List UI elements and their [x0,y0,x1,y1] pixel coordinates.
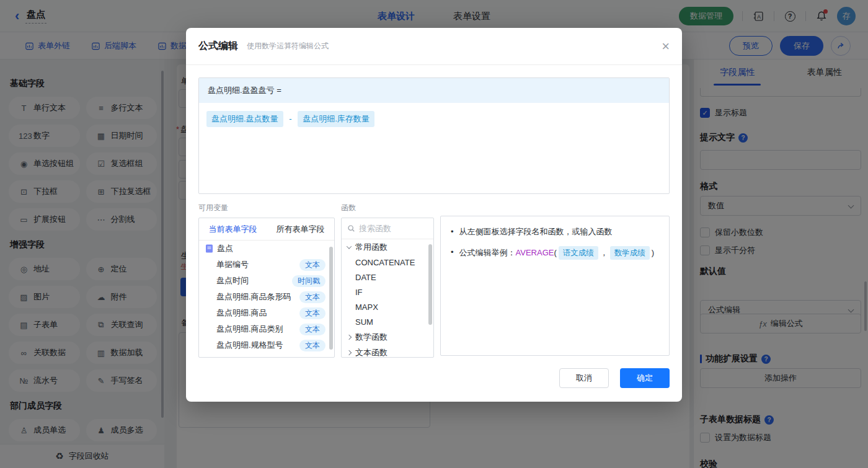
function-group-math[interactable]: 数学函数 [342,329,433,345]
modal-subtitle: 使用数学运算符编辑公式 [247,41,329,51]
variable-row[interactable]: 单据编号 文本 [199,257,334,273]
formula-target: 盘点明细.盘盈盘亏 = [199,78,669,103]
variable-row[interactable]: 盘点明细.商品条形码 文本 [199,289,334,305]
variable-row[interactable]: 盘点明细.商品 文本 [199,305,334,321]
search-icon [347,224,355,232]
function-item[interactable]: SUM [342,314,433,329]
function-group-text[interactable]: 文本函数 [342,345,433,358]
formula-editor[interactable]: 盘点明细.盘盈盘亏 = 盘点明细.盘点数量 - 盘点明细.库存数量 [198,77,670,194]
variables-box: 当前表单字段 所有表单字段 盘点 单据编号 文本 [198,218,335,358]
function-group-common[interactable]: 常用函数 [342,239,433,255]
close-icon[interactable]: × [662,40,670,53]
app-root: ‹ 盘点 表单设计 表单设置 数据管理 A ? 存 [0,0,868,468]
variable-type-tag: 文本 [299,307,326,319]
variable-type-tag: 文本 [299,340,326,351]
bullet-icon: • [451,246,454,260]
example-field-tag: 语文成绩 [559,246,598,260]
formula-field-tag[interactable]: 盘点明细.库存数量 [298,111,374,127]
formula-operator: - [289,114,291,123]
variables-scrollbar[interactable] [329,247,333,350]
formula-editor-modal: 公式编辑 使用数学运算符编辑公式 × 盘点明细.盘盈盘亏 = 盘点明细.盘点数量… [186,28,682,402]
confirm-button[interactable]: 确定 [620,368,670,388]
tab-current-form-fields[interactable]: 当前表单字段 [199,218,267,240]
variable-row[interactable]: 盘点明细.商品类别 文本 [199,321,334,337]
function-search[interactable] [342,218,433,239]
variable-root-row[interactable]: 盘点 [199,241,334,257]
function-item[interactable]: IF [342,285,433,299]
chevron-down-icon [347,244,352,249]
example-function-name: AVERAGE [516,248,554,257]
chevron-right-icon [347,334,352,339]
functions-label: 函数 [341,203,434,213]
formula-expression[interactable]: 盘点明细.盘点数量 - 盘点明细.库存数量 [199,103,669,135]
example-field-tag: 数学成绩 [610,246,650,260]
function-item[interactable]: MAPX [342,299,433,314]
cancel-button[interactable]: 取消 [559,368,609,388]
variables-label: 可用变量 [198,203,335,213]
form-doc-icon [205,244,213,253]
tip-line-2: • 公式编辑举例：AVERAGE(语文成绩，数学成绩) [451,246,659,260]
tip-line-1: • 从左侧面板选择字段名和函数，或输入函数 [451,226,659,238]
function-item[interactable]: DATE [342,270,433,285]
tab-all-form-fields[interactable]: 所有表单字段 [267,218,334,240]
variable-row[interactable]: 盘点时间 时间戳 [199,273,334,289]
formula-field-tag[interactable]: 盘点明细.盘点数量 [206,111,283,127]
functions-scrollbar[interactable] [428,244,432,325]
modal-title: 公式编辑 [198,40,238,53]
variable-type-tag: 文本 [299,259,326,271]
variable-type-tag: 时间戳 [292,275,326,287]
variable-type-tag: 文本 [299,291,326,303]
variable-type-tag: 文本 [299,324,326,335]
tips-box: • 从左侧面板选择字段名和函数，或输入函数 • 公式编辑举例：AVERAGE(语… [440,216,670,356]
bullet-icon: • [451,226,454,238]
variable-row[interactable]: 盘点明细.规格型号 文本 [199,337,334,353]
chevron-right-icon [347,350,352,355]
functions-box: 常用函数 CONCATENATE DATE IF MAPX SU [341,218,434,358]
function-search-input[interactable] [359,224,428,233]
function-item[interactable]: CONCATENATE [342,255,433,270]
